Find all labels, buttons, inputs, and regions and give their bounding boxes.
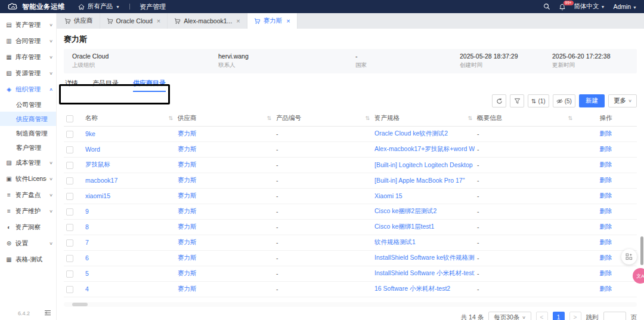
cell-supplier[interactable]: 赛力斯	[175, 204, 274, 219]
cell-supplier[interactable]: 赛力斯	[175, 219, 274, 235]
row-checkbox[interactable]	[66, 224, 73, 231]
column-header[interactable]: 概要信息⇅	[475, 111, 575, 126]
cell-name[interactable]: Word	[83, 141, 175, 157]
sidebar-item[interactable]: ▤资产管理∨	[0, 17, 56, 33]
subtab[interactable]: 详情	[65, 79, 78, 91]
cell-asset-spec[interactable]: [Built-in] Apple MacBook Pro 17"	[372, 173, 475, 188]
sidebar-item[interactable]: ◈组织管理∧	[0, 81, 56, 97]
sidebar-item[interactable]: ⊛设置∨	[0, 235, 56, 251]
language-selector[interactable]: 简体中文 ▼	[574, 2, 605, 11]
delete-link[interactable]: 删除	[575, 157, 637, 173]
sidebar-item[interactable]: ▦库存管理∨	[0, 49, 56, 65]
row-checkbox[interactable]	[66, 146, 73, 153]
cell-supplier[interactable]: 赛力斯	[175, 188, 274, 204]
row-checkbox[interactable]	[66, 286, 73, 293]
cell-name[interactable]: 9ke	[83, 126, 175, 141]
cell-supplier[interactable]: 赛力斯	[175, 281, 274, 297]
cell-supplier[interactable]: 赛力斯	[175, 266, 274, 281]
sidebar-item[interactable]: ▨成本管理∨	[0, 155, 56, 171]
row-checkbox[interactable]	[66, 177, 73, 184]
sidebar-subitem[interactable]: 供应商管理	[0, 112, 56, 126]
cell-asset-spec[interactable]: [Built-in] Logitech Logitech Desktop Key…	[372, 157, 475, 173]
delete-link[interactable]: 删除	[575, 281, 637, 297]
floating-widget-button[interactable]	[621, 249, 637, 264]
cell-name[interactable]: 4	[83, 281, 175, 297]
delete-link[interactable]: 删除	[575, 219, 637, 235]
cell-name[interactable]: 8	[83, 219, 175, 235]
sidebar-item[interactable]: ▧资源管理∨	[0, 65, 56, 81]
sidebar-subitem[interactable]: 制造商管理	[0, 126, 56, 140]
cell-asset-spec[interactable]: Oracle Cloud ke软件测试2	[372, 126, 475, 141]
tab[interactable]: Alex-macbook1...×	[168, 13, 247, 29]
column-header[interactable]: 供应商⇅	[175, 111, 274, 126]
cell-asset-spec[interactable]: Alex-macbook17+罗技鼠标+word Word	[372, 141, 475, 157]
cell-name[interactable]: xiaomi15	[83, 188, 175, 204]
row-checkbox[interactable]	[66, 162, 73, 169]
sidebar-subitem[interactable]: 客户管理	[0, 140, 56, 155]
close-icon[interactable]: ×	[236, 17, 240, 24]
delete-link[interactable]: 删除	[575, 235, 637, 250]
sidebar-item[interactable]: ≡资产维护∨	[0, 203, 56, 219]
search-icon[interactable]	[543, 3, 550, 10]
hidden-columns-button[interactable]: (5)	[553, 94, 575, 107]
cell-name[interactable]: macbook17	[83, 173, 175, 188]
horizontal-scrollbar[interactable]	[64, 302, 637, 307]
cell-asset-spec[interactable]: Xiaomi 15	[372, 188, 475, 204]
cell-name[interactable]: 6	[83, 250, 175, 266]
row-checkbox[interactable]	[66, 255, 73, 262]
tab[interactable]: 供应商	[58, 13, 100, 29]
user-menu[interactable]: Admin ▼	[613, 3, 637, 10]
cell-name[interactable]: 7	[83, 235, 175, 250]
sidebar-item[interactable]: ▣软件License...∨	[0, 171, 56, 187]
row-checkbox[interactable]	[66, 193, 73, 200]
cell-supplier[interactable]: 赛力斯	[175, 173, 274, 188]
breadcrumb[interactable]: 资产管理	[140, 2, 166, 11]
all-products-menu[interactable]: 所有产品 ▼	[78, 2, 120, 11]
delete-link[interactable]: 删除	[575, 126, 637, 141]
horizontal-scrollbar-thumb[interactable]	[72, 303, 88, 306]
cell-asset-spec[interactable]: Cisco ke捆绑2层测试2	[372, 204, 475, 219]
sort-button[interactable]: ⇅ (1)	[528, 94, 549, 107]
sort-icon[interactable]: ⇅	[365, 115, 370, 121]
vertical-scrollbar-thumb[interactable]	[640, 236, 643, 265]
translate-button[interactable]: 文A	[633, 268, 644, 284]
column-header[interactable]: 产品编号⇅	[274, 111, 372, 126]
cell-supplier[interactable]: 赛力斯	[175, 235, 274, 250]
sidebar-subitem[interactable]: 公司管理	[0, 97, 56, 112]
select-all-checkbox[interactable]	[66, 115, 73, 122]
cell-asset-spec[interactable]: Cisco ke捆绑1层test1	[372, 219, 475, 235]
cell-name[interactable]: 9	[83, 204, 175, 219]
sidebar-item[interactable]: ▥合同管理∨	[0, 33, 56, 49]
sort-icon[interactable]: ⇅	[267, 115, 271, 121]
column-header[interactable]: 操作	[575, 111, 637, 126]
refresh-button[interactable]	[492, 94, 506, 107]
close-icon[interactable]: ×	[157, 17, 160, 24]
delete-link[interactable]: 删除	[575, 204, 637, 219]
cell-name[interactable]: 罗技鼠标	[83, 157, 175, 173]
delete-link[interactable]: 删除	[575, 188, 637, 204]
row-checkbox[interactable]	[66, 270, 73, 278]
cell-supplier[interactable]: 赛力斯	[175, 141, 274, 157]
sidebar-item[interactable]: ◐资产洞察	[0, 219, 56, 235]
prev-page-button[interactable]: <	[536, 312, 548, 320]
sidebar-item[interactable]: ≡资产盘点∨	[0, 187, 56, 203]
subtab[interactable]: 供应商目录	[133, 79, 166, 92]
subtab[interactable]: 产品目录	[92, 79, 119, 91]
next-page-button[interactable]: >	[569, 312, 581, 320]
page-size-select[interactable]: 每页30条 ∨	[488, 312, 531, 320]
delete-link[interactable]: 删除	[575, 173, 637, 188]
cell-supplier[interactable]: 赛力斯	[175, 250, 274, 266]
jump-page-input[interactable]	[603, 312, 626, 320]
cell-name[interactable]: 5	[83, 266, 175, 281]
cell-asset-spec[interactable]: InstallShield Software ke软件规格测试1	[372, 250, 475, 266]
delete-link[interactable]: 删除	[575, 141, 637, 157]
row-checkbox[interactable]	[66, 208, 73, 216]
cell-asset-spec[interactable]: 软件规格测试1	[372, 235, 475, 250]
close-icon[interactable]: ×	[286, 17, 290, 24]
sidebar-item[interactable]: ▦表格-测试	[0, 251, 56, 267]
app-logo[interactable]: 智能业务运维	[7, 2, 65, 11]
row-checkbox[interactable]	[66, 131, 73, 138]
tab[interactable]: Oracle Cloud×	[100, 13, 168, 29]
sort-icon[interactable]: ⇅	[568, 115, 572, 121]
delete-link[interactable]: 删除	[575, 266, 637, 281]
